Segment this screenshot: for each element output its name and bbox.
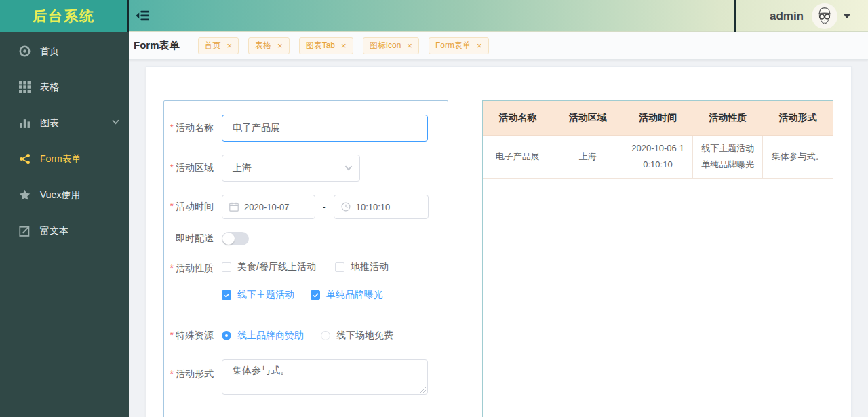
hamburger-icon[interactable]	[135, 8, 151, 23]
form-row-shape: *活动形式 集体参与式。	[164, 359, 448, 395]
sidebar-item-home[interactable]: 首页	[0, 33, 129, 69]
delivery-toggle[interactable]	[222, 232, 249, 245]
chevron-down-icon	[344, 165, 353, 171]
field-label: *活动形式	[164, 368, 222, 380]
close-icon[interactable]: ×	[277, 41, 283, 50]
radio-online-sponsor[interactable]: 线上品牌商赞助	[222, 330, 304, 342]
radio-label: 线上品牌商赞助	[237, 330, 304, 342]
form-row-nature: *活动性质 美食/餐厅线上活动 地推活动	[164, 261, 448, 301]
tab-tag-chart-tab[interactable]: 图表Tab ×	[299, 37, 353, 54]
tab-tag-table[interactable]: 表格 ×	[248, 37, 290, 54]
checkbox-label: 线下主题活动	[237, 289, 294, 301]
date-picker-input[interactable]: 2020-10-07	[222, 195, 315, 219]
required-marker: *	[170, 368, 174, 379]
form-row-name: *活动名称 电子产品展	[164, 115, 448, 142]
field-label: *特殊资源	[164, 330, 222, 342]
resize-handle-icon[interactable]	[420, 387, 426, 393]
time-picker-input[interactable]: 10:10:10	[334, 195, 429, 219]
tag-label: 表格	[255, 40, 271, 52]
header-divider	[734, 0, 736, 32]
activity-table-panel: 活动名称 活动区域 活动时间 活动性质 活动形式 电子产品展 上海 2020-1…	[482, 100, 833, 417]
checkbox-label: 美食/餐厅线上活动	[237, 261, 316, 273]
column-header: 活动性质	[693, 101, 763, 135]
time-value: 10:10:10	[356, 202, 391, 212]
chevron-down-icon	[112, 119, 119, 127]
checkbox-food-online[interactable]: 美食/餐厅线上活动	[222, 261, 316, 273]
sidebar-item-label: Form表单	[40, 153, 81, 165]
sidebar-item-table[interactable]: 表格	[0, 69, 129, 105]
checkbox-offline-theme[interactable]: 线下主题活动	[222, 289, 294, 301]
table-row: 电子产品展 上海 2020-10-06 10:10:10 线下主题活动单纯品牌曝…	[483, 135, 833, 178]
table-header-row: 活动名称 活动区域 活动时间 活动性质 活动形式	[483, 101, 833, 135]
sidebar: 后台系统 首页 表格 图表	[0, 0, 129, 417]
required-marker: *	[170, 162, 174, 173]
sidebar-item-label: Vuex使用	[40, 189, 80, 201]
radio-label: 线下场地免费	[336, 330, 393, 342]
activity-shape-value: 集体参与式。	[233, 365, 290, 376]
close-icon[interactable]: ×	[477, 41, 482, 50]
clock-icon	[341, 202, 351, 212]
table-icon	[19, 81, 31, 93]
field-label: 即时配送	[164, 233, 222, 245]
sidebar-item-label: 首页	[40, 45, 59, 58]
table-cell: 上海	[553, 135, 623, 178]
checkbox-checked-icon	[311, 290, 320, 300]
activity-shape-textarea[interactable]: 集体参与式。	[222, 359, 428, 395]
tag-label: 图标Icon	[370, 40, 401, 52]
user-dropdown[interactable]: admin	[770, 0, 850, 32]
activity-name-value: 电子产品展	[233, 122, 280, 134]
username: admin	[770, 9, 804, 23]
app-logo: 后台系统	[0, 0, 129, 32]
field-label: *活动名称	[164, 122, 222, 134]
table-cell: 线下主题活动单纯品牌曝光	[693, 135, 763, 178]
column-header: 活动形式	[763, 101, 833, 135]
date-value: 2020-10-07	[244, 202, 290, 212]
checkbox-label: 单纯品牌曝光	[326, 289, 383, 301]
activity-name-input[interactable]: 电子产品展	[222, 115, 428, 142]
star-icon	[19, 189, 31, 201]
main-content: *活动名称 电子产品展 *活动区域 上海 *活动时间	[129, 60, 868, 417]
tag-label: Form表单	[435, 40, 471, 52]
tab-tag-home[interactable]: 首页 ×	[198, 37, 239, 54]
required-marker: *	[170, 330, 174, 340]
share-icon	[19, 153, 31, 165]
edit-icon	[19, 225, 31, 237]
close-icon[interactable]: ×	[341, 41, 347, 50]
form-row-time: *活动时间 2020-10-07 -	[164, 195, 448, 219]
checkbox-label: 地推活动	[351, 261, 389, 273]
sidebar-item-richtext[interactable]: 富文本	[0, 213, 129, 249]
calendar-icon	[229, 202, 239, 212]
region-select[interactable]: 上海	[222, 155, 360, 182]
region-select-value: 上海	[233, 162, 252, 174]
tabs-bar: Form表单 首页 × 表格 × 图表Tab × 图标Icon × Form表单…	[129, 32, 868, 60]
caret-down-icon[interactable]	[844, 14, 850, 18]
dashboard-icon	[19, 45, 31, 57]
form-row-delivery: 即时配送	[164, 232, 448, 245]
tab-tag-form[interactable]: Form表单 ×	[429, 37, 489, 54]
table-cell: 电子产品展	[483, 135, 553, 178]
sidebar-item-charts[interactable]: 图表	[0, 105, 129, 141]
nature-row-1: 美食/餐厅线上活动 地推活动	[222, 261, 389, 273]
tab-tag-icon[interactable]: 图标Icon ×	[363, 37, 419, 54]
table-cell: 集体参与式。	[763, 135, 833, 178]
tag-label: 首页	[205, 40, 221, 52]
checkbox-ground-promo[interactable]: 地推活动	[335, 261, 389, 273]
field-label: *活动时间	[164, 201, 222, 213]
form-row-region: *活动区域 上海	[164, 155, 448, 182]
text-cursor	[281, 123, 281, 134]
close-icon[interactable]: ×	[227, 41, 233, 50]
content-card: *活动名称 电子产品展 *活动区域 上海 *活动时间	[146, 66, 852, 417]
table-cell: 2020-10-06 10:10:10	[623, 135, 692, 178]
radio-free-venue[interactable]: 线下场地免费	[321, 330, 393, 342]
radio-selected-icon	[222, 331, 231, 340]
close-icon[interactable]: ×	[407, 41, 412, 50]
activity-table: 活动名称 活动区域 活动时间 活动性质 活动形式 电子产品展 上海 2020-1…	[483, 101, 833, 179]
checkbox-brand-exposure[interactable]: 单纯品牌曝光	[311, 289, 383, 301]
sidebar-item-form[interactable]: Form表单	[0, 141, 129, 177]
avatar[interactable]	[812, 3, 837, 29]
required-marker: *	[170, 122, 174, 133]
checkbox-icon	[222, 262, 231, 272]
required-marker: *	[170, 262, 174, 273]
sidebar-item-vuex[interactable]: Vuex使用	[0, 177, 129, 213]
column-header: 活动区域	[553, 101, 623, 135]
